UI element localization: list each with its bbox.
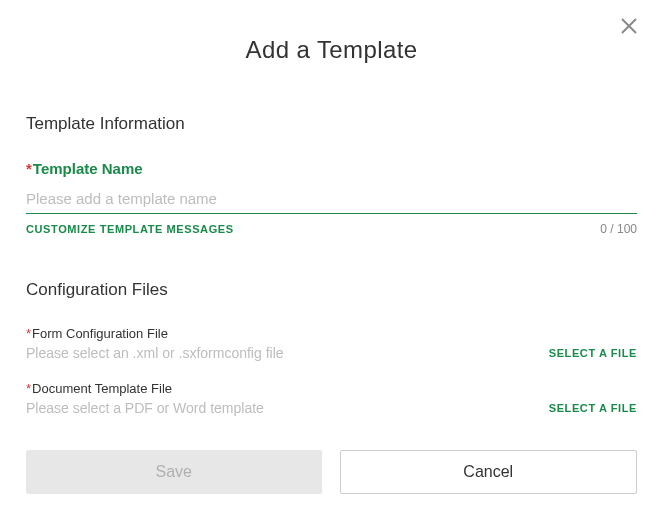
close-button[interactable] (621, 18, 637, 34)
doc-template-label: *Document Template File (26, 381, 637, 396)
dialog-footer: Save Cancel (26, 450, 637, 494)
close-icon (621, 18, 637, 34)
template-info-section: Template Information *Template Name CUST… (26, 114, 637, 236)
template-name-label-text: Template Name (33, 160, 143, 177)
required-indicator: * (26, 381, 31, 396)
template-name-field: *Template Name CUSTOMIZE TEMPLATE MESSAG… (26, 160, 637, 236)
doc-template-placeholder: Please select a PDF or Word template (26, 400, 264, 416)
cancel-button[interactable]: Cancel (340, 450, 638, 494)
customize-messages-link[interactable]: CUSTOMIZE TEMPLATE MESSAGES (26, 223, 234, 235)
add-template-dialog: Add a Template Template Information *Tem… (0, 0, 663, 494)
template-name-label: *Template Name (26, 160, 143, 177)
doc-template-select-button[interactable]: SELECT A FILE (549, 402, 637, 414)
required-indicator: * (26, 160, 32, 177)
dialog-title: Add a Template (26, 36, 637, 64)
form-config-select-button[interactable]: SELECT A FILE (549, 347, 637, 359)
form-config-field: *Form Configuration File Please select a… (26, 326, 637, 361)
save-button[interactable]: Save (26, 450, 322, 494)
config-files-heading: Configuration Files (26, 280, 637, 300)
required-indicator: * (26, 326, 31, 341)
template-name-input[interactable] (26, 182, 637, 214)
name-char-counter: 0 / 100 (600, 222, 637, 236)
form-config-label-text: Form Configuration File (32, 326, 168, 341)
doc-template-field: *Document Template File Please select a … (26, 381, 637, 416)
form-config-label: *Form Configuration File (26, 326, 637, 341)
template-info-heading: Template Information (26, 114, 637, 134)
configuration-files-section: Configuration Files *Form Configuration … (26, 280, 637, 416)
form-config-placeholder: Please select an .xml or .sxformconfig f… (26, 345, 284, 361)
doc-template-label-text: Document Template File (32, 381, 172, 396)
